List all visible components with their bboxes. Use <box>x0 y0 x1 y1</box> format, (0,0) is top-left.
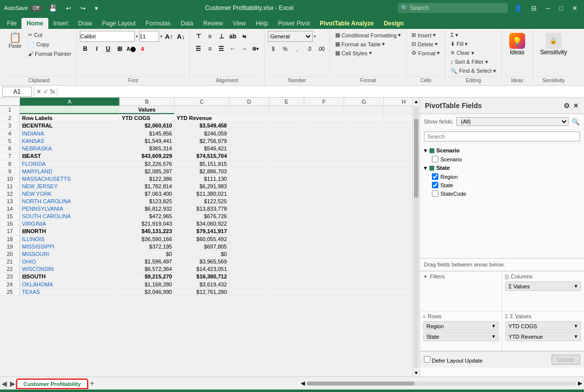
cell[interactable] <box>384 190 412 197</box>
tab-insert[interactable]: Insert <box>48 18 73 29</box>
align-bottom-button[interactable]: ⊥ <box>216 31 227 42</box>
row-number[interactable]: 21 <box>0 258 20 265</box>
cell[interactable] <box>269 273 304 280</box>
cell[interactable]: $11,380,021 <box>175 190 229 197</box>
align-center-button[interactable]: ≡ <box>204 43 215 54</box>
cell[interactable]: KANSAS <box>20 137 120 144</box>
col-header-h[interactable]: H <box>384 98 412 106</box>
sheet-nav-prev-button[interactable]: ◀ <box>0 380 8 388</box>
cell[interactable] <box>344 122 384 130</box>
cell[interactable]: $123,825 <box>120 198 175 205</box>
cell[interactable]: $5,151,915 <box>175 160 229 167</box>
increase-indent-button[interactable]: → <box>239 43 250 54</box>
save-button[interactable]: 💾 <box>46 3 59 13</box>
col-header-g[interactable]: G <box>344 98 384 106</box>
cell[interactable]: MASSACHUSETTS <box>20 175 120 182</box>
show-fields-select[interactable]: (All) <box>456 117 569 126</box>
enter-formula-icon[interactable]: ✓ <box>43 88 48 95</box>
find-select-button[interactable]: 🔍 Find & Select ▾ <box>448 67 498 75</box>
italic-button[interactable]: I <box>91 43 102 54</box>
cell[interactable] <box>384 122 412 130</box>
tab-formulas[interactable]: Formulas <box>141 18 176 29</box>
vertical-scrollbar[interactable]: ▲ ▼ <box>412 98 419 377</box>
cell[interactable] <box>229 130 269 137</box>
cell[interactable]: YTD Revenue <box>175 115 229 122</box>
col-header-c[interactable]: C <box>175 98 229 106</box>
cell[interactable]: $6,291,983 <box>175 183 229 190</box>
cell[interactable] <box>269 288 304 295</box>
cell[interactable] <box>269 258 304 265</box>
cell[interactable]: YTD COGS <box>120 115 175 122</box>
cell[interactable] <box>344 281 384 288</box>
cell[interactable] <box>344 288 384 295</box>
cell[interactable] <box>304 198 344 205</box>
cell[interactable] <box>344 168 384 175</box>
cell[interactable] <box>384 152 412 160</box>
cell[interactable] <box>304 220 344 227</box>
row-number[interactable]: 8 <box>0 160 20 167</box>
cell-styles-arrow[interactable]: ▾ <box>369 50 372 56</box>
cell[interactable] <box>304 251 344 258</box>
tab-help[interactable]: Help <box>251 18 273 29</box>
cell[interactable] <box>344 273 384 280</box>
cell[interactable] <box>384 288 412 295</box>
cell[interactable] <box>304 175 344 182</box>
row-number[interactable]: 5 <box>0 137 20 144</box>
cell[interactable] <box>269 145 304 152</box>
cell[interactable] <box>344 198 384 205</box>
cell[interactable]: $34,060,922 <box>175 220 229 227</box>
hscroll-left-button[interactable]: ◀ <box>301 380 305 387</box>
cell[interactable] <box>384 175 412 182</box>
fill-color-button[interactable]: A⬤ <box>126 43 137 54</box>
tab-page-layout[interactable]: Page Layout <box>97 18 141 29</box>
cell[interactable] <box>344 205 384 212</box>
insert-function-icon[interactable]: fx <box>50 88 55 95</box>
cell[interactable] <box>269 130 304 137</box>
cell[interactable]: $365,314 <box>120 145 175 152</box>
cell[interactable] <box>269 160 304 167</box>
autosum-button[interactable]: Σ ▾ <box>448 31 460 39</box>
delete-button[interactable]: ⊟ Delete ▾ <box>409 40 440 48</box>
align-right-button[interactable]: ☰ <box>216 43 227 54</box>
cell[interactable] <box>344 175 384 182</box>
align-left-button[interactable]: ☰ <box>193 43 204 54</box>
scroll-up-button[interactable]: ▲ <box>413 98 419 105</box>
cell[interactable] <box>384 145 412 152</box>
cell[interactable] <box>304 213 344 220</box>
insert-arrow[interactable]: ▾ <box>433 32 436 38</box>
cell[interactable]: $14,423,051 <box>175 265 229 272</box>
cell[interactable]: $45,131,223 <box>120 228 175 235</box>
ribbon-display-button[interactable]: ⊟ <box>529 3 539 13</box>
cell[interactable] <box>269 251 304 258</box>
cell[interactable]: NEBRASKA <box>20 145 120 152</box>
cell[interactable]: Row Labels <box>20 115 120 122</box>
cell[interactable]: MARYLAND <box>20 168 120 175</box>
cell[interactable] <box>229 288 269 295</box>
sheet-tab-customer-profitability[interactable]: Customer Profitability <box>17 380 87 388</box>
cell[interactable] <box>344 265 384 272</box>
cell[interactable]: $3,619,432 <box>175 281 229 288</box>
col-header-a[interactable]: A <box>20 98 120 106</box>
cell[interactable] <box>269 168 304 175</box>
copy-button[interactable]: 📄 Copy <box>26 40 73 49</box>
cell[interactable] <box>304 145 344 152</box>
cell[interactable] <box>229 205 269 212</box>
pivot-settings-button[interactable]: ⚙ <box>564 102 570 110</box>
pivot-close-button[interactable]: ✕ <box>573 102 579 110</box>
scroll-thumb[interactable] <box>414 119 418 198</box>
row-number[interactable]: 11 <box>0 183 20 190</box>
tab-review[interactable]: Review <box>198 18 227 29</box>
cell[interactable] <box>269 190 304 197</box>
state-group-header[interactable]: ▾ ▦ State <box>424 163 580 172</box>
undo-button[interactable]: ↩ <box>63 3 74 13</box>
cell[interactable] <box>384 236 412 243</box>
format-arrow[interactable]: ▾ <box>437 50 440 56</box>
cell[interactable] <box>384 258 412 265</box>
cell[interactable] <box>384 106 412 114</box>
cell[interactable]: $36,590,166 <box>120 236 175 243</box>
cell[interactable]: WISCONSIN <box>20 265 120 272</box>
cell[interactable] <box>304 137 344 144</box>
row-number[interactable]: 9 <box>0 168 20 175</box>
conditional-formatting-button[interactable]: ▦ Conditional Formatting ▾ <box>333 31 403 39</box>
cell[interactable] <box>229 183 269 190</box>
